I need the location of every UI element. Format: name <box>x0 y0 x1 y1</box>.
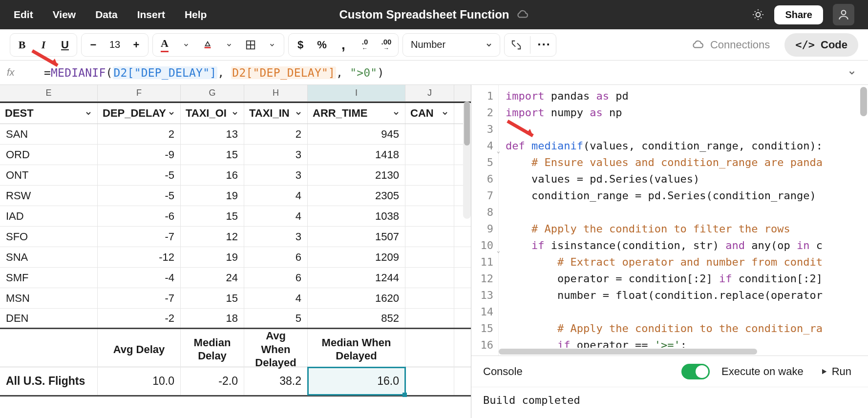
cell-taxi-in[interactable]: 4 <box>244 186 308 206</box>
fold-chevron-icon[interactable]: ⌄ <box>497 143 500 159</box>
sheet-body[interactable]: DESTDEP_DELAYTAXI_OITAXI_INARR_TIMECAN S… <box>0 102 471 418</box>
cell-dest[interactable]: RSW <box>0 186 98 206</box>
cell-format-select[interactable]: Number <box>402 33 500 57</box>
connections-button[interactable]: Connections <box>681 33 781 57</box>
chevron-down-icon[interactable] <box>295 109 302 117</box>
code-line[interactable] <box>506 204 823 221</box>
cell-taxi-out[interactable]: 19 <box>181 247 244 267</box>
lightbulb-icon[interactable] <box>752 8 764 21</box>
editor-horizontal-scrollbar[interactable] <box>499 348 868 355</box>
sheet-vertical-scrollbar[interactable] <box>463 102 471 219</box>
summary-header-cell[interactable]: Median Delay <box>181 329 244 370</box>
cell-taxi-out[interactable]: 24 <box>181 268 244 288</box>
code-line[interactable]: # Apply the condition to filter the rows <box>506 221 823 237</box>
cell-dest[interactable]: DEN <box>0 309 98 328</box>
cell-cancelled[interactable] <box>405 165 454 185</box>
font-size-value[interactable]: 13 <box>105 39 125 50</box>
column-dest[interactable]: DEST <box>0 103 98 124</box>
cell-cancelled[interactable] <box>405 227 454 247</box>
code-button[interactable]: </> Code <box>784 33 858 57</box>
column-taxi_out[interactable]: TAXI_OI <box>181 103 244 124</box>
code-line[interactable]: import numpy as np <box>506 104 823 121</box>
cell-arr-time[interactable]: 1209 <box>308 247 405 267</box>
decrease-decimal-button[interactable]: .0← <box>355 35 375 55</box>
cell-dep-delay[interactable]: -7 <box>98 227 181 247</box>
summary-median-delay[interactable]: -2.0 <box>181 367 244 395</box>
cell-dep-delay[interactable]: -5 <box>98 186 181 206</box>
cell-dep-delay[interactable]: 2 <box>98 124 181 144</box>
cell-dep-delay[interactable]: -2 <box>98 309 181 328</box>
cell-dep-delay[interactable]: -7 <box>98 288 181 308</box>
borders-dropdown[interactable] <box>262 35 282 55</box>
cell-taxi-in[interactable]: 2 <box>244 124 308 144</box>
text-color-button[interactable]: A <box>155 35 174 55</box>
cell-cancelled[interactable] <box>405 247 454 267</box>
cell-cancelled[interactable] <box>405 124 454 144</box>
summary-header-cell[interactable]: Avg When Delayed <box>244 329 308 370</box>
cell-taxi-out[interactable]: 15 <box>181 288 244 308</box>
code-line[interactable]: number = float(condition.replace(operato… <box>506 287 823 304</box>
column-header-J[interactable]: J <box>405 85 454 101</box>
code-content[interactable]: import pandas as pdimport numpy as npdef… <box>499 85 823 355</box>
menu-edit[interactable]: Edit <box>14 9 33 21</box>
column-header-E[interactable]: E <box>0 85 98 101</box>
cell-taxi-in[interactable]: 5 <box>244 309 308 328</box>
bold-button[interactable]: B <box>12 35 32 55</box>
cell-taxi-out[interactable]: 15 <box>181 145 244 165</box>
cell-cancelled[interactable] <box>405 206 454 226</box>
code-line[interactable]: import pandas as pd <box>506 88 823 104</box>
font-size-increase-button[interactable]: + <box>127 35 146 55</box>
borders-button[interactable] <box>241 35 260 55</box>
expand-panel-button[interactable] <box>507 35 526 55</box>
cell-taxi-out[interactable]: 15 <box>181 206 244 226</box>
column-header-H[interactable]: H <box>244 85 308 101</box>
column-arr_time[interactable]: ARR_TIME <box>308 103 405 124</box>
cell-dest[interactable]: SMF <box>0 268 98 288</box>
cell-dest[interactable]: MSN <box>0 288 98 308</box>
cell-taxi-in[interactable]: 6 <box>244 247 308 267</box>
cell-dest[interactable]: ORD <box>0 145 98 165</box>
more-options-button[interactable]: ··· <box>534 35 554 55</box>
cell-dest[interactable]: IAD <box>0 206 98 226</box>
summary-header-cell[interactable]: Median When Delayed <box>308 329 405 370</box>
cell-arr-time[interactable]: 2305 <box>308 186 405 206</box>
comma-button[interactable]: , <box>334 35 353 55</box>
code-line[interactable]: def medianif(values, condition_range, co… <box>506 138 823 154</box>
cell-arr-time[interactable]: 852 <box>308 309 405 328</box>
summary-avg-when-delayed[interactable]: 38.2 <box>244 367 308 395</box>
cell-dep-delay[interactable]: -4 <box>98 268 181 288</box>
cell-dep-delay[interactable]: -5 <box>98 165 181 185</box>
column-dep_delay[interactable]: DEP_DELAY <box>98 103 181 124</box>
cell-taxi-in[interactable]: 4 <box>244 206 308 226</box>
fold-chevron-icon[interactable]: ⌄ <box>497 242 500 259</box>
cell-dest[interactable]: ONT <box>0 165 98 185</box>
column-cancelled[interactable]: CAN <box>405 103 454 124</box>
cell-dep-delay[interactable]: -9 <box>98 145 181 165</box>
menu-insert[interactable]: Insert <box>137 9 165 21</box>
cell-cancelled[interactable] <box>405 309 454 328</box>
cell-arr-time[interactable]: 945 <box>308 124 405 144</box>
chevron-down-icon[interactable] <box>392 109 400 117</box>
cell-arr-time[interactable]: 1418 <box>308 145 405 165</box>
fill-color-dropdown[interactable] <box>219 35 239 55</box>
column-taxi_in[interactable]: TAXI_IN <box>244 103 308 124</box>
cell-cancelled[interactable] <box>405 186 454 206</box>
increase-decimal-button[interactable]: .00→ <box>377 35 396 55</box>
cell-cancelled[interactable] <box>405 288 454 308</box>
execute-on-wake-toggle[interactable] <box>681 364 710 379</box>
summary-header-cell[interactable] <box>0 329 98 370</box>
text-color-dropdown[interactable] <box>176 35 196 55</box>
cell-taxi-out[interactable]: 13 <box>181 124 244 144</box>
code-line[interactable]: values = pd.Series(values) <box>506 171 823 188</box>
menu-view[interactable]: View <box>53 9 76 21</box>
cell-arr-time[interactable]: 1620 <box>308 288 405 308</box>
share-button[interactable]: Share <box>774 5 823 24</box>
column-header-F[interactable]: F <box>98 85 181 101</box>
document-title[interactable]: Custom Spreadsheet Function <box>339 8 509 21</box>
cell-arr-time[interactable]: 1507 <box>308 227 405 247</box>
user-menu-button[interactable] <box>833 4 854 25</box>
cell-taxi-in[interactable]: 3 <box>244 165 308 185</box>
font-size-decrease-button[interactable]: − <box>84 35 103 55</box>
cell-taxi-out[interactable]: 18 <box>181 309 244 328</box>
summary-avg-delay[interactable]: 10.0 <box>98 367 181 395</box>
